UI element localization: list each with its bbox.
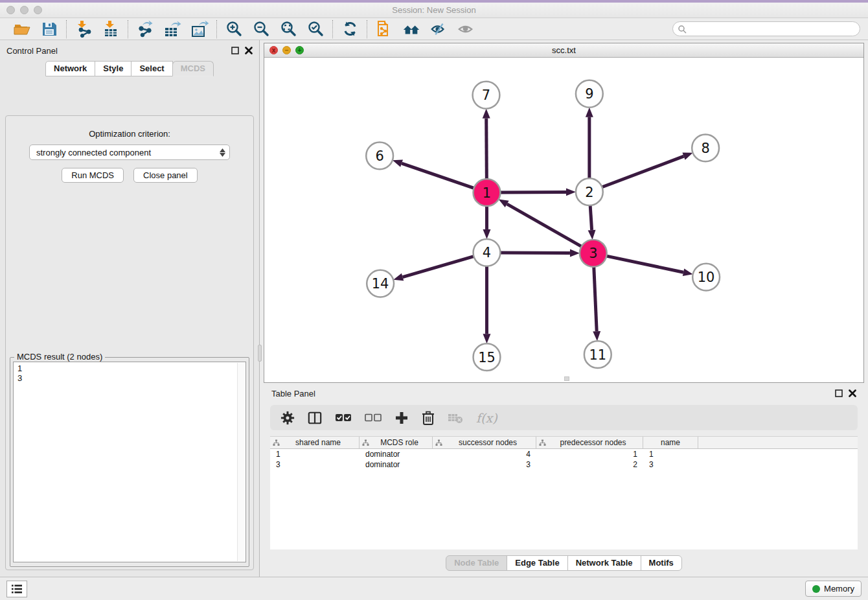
- select-spinner-icons: [220, 148, 225, 157]
- table-cell: 3: [643, 460, 698, 469]
- edge-3-1[interactable]: [507, 204, 582, 247]
- mcds-result-textarea[interactable]: 1 3: [13, 362, 246, 562]
- table-body: 1dominator4113dominator323: [270, 449, 858, 470]
- column-header-predecessor-nodes[interactable]: predecessor nodes: [536, 437, 643, 448]
- graph-node-14[interactable]: 14: [367, 270, 394, 297]
- float-panel-icon[interactable]: [231, 47, 239, 54]
- hierarchy-icon: [435, 439, 442, 446]
- open-folder-icon[interactable]: [13, 20, 31, 38]
- criterion-selected-value: strongly connected component: [36, 148, 151, 157]
- close-panel-button[interactable]: Close panel: [133, 168, 198, 183]
- home-icon[interactable]: [402, 20, 420, 38]
- select-all-icon[interactable]: [335, 413, 352, 422]
- show-eye-icon[interactable]: [457, 20, 475, 38]
- table-row[interactable]: 3dominator323: [270, 459, 858, 470]
- network-view-window: x – + scc.txt 7968124314101511: [264, 43, 864, 383]
- chevron-up-icon: [220, 148, 225, 152]
- tab-select[interactable]: Select: [131, 61, 172, 76]
- graph-node-4[interactable]: 4: [474, 239, 501, 266]
- hide-eye-icon[interactable]: [429, 20, 448, 38]
- graph-node-7[interactable]: 7: [473, 82, 500, 109]
- column-header-shared-name[interactable]: shared name: [270, 437, 360, 448]
- import-table-icon[interactable]: [102, 20, 120, 38]
- tab-style[interactable]: Style: [95, 61, 131, 76]
- panel-divider-grip[interactable]: [258, 345, 262, 362]
- column-header-filler: [698, 437, 858, 448]
- edge-2-8[interactable]: [602, 156, 683, 187]
- export-network-icon[interactable]: [136, 20, 154, 38]
- graph-node-15[interactable]: 15: [474, 343, 501, 371]
- node-label: 2: [585, 185, 593, 200]
- edge-1-6[interactable]: [402, 163, 474, 188]
- column-header-label: predecessor nodes: [546, 438, 640, 447]
- node-label: 9: [585, 86, 593, 102]
- task-history-button[interactable]: [6, 581, 27, 597]
- export-table-icon[interactable]: [163, 20, 181, 38]
- graph-node-2[interactable]: 2: [576, 178, 603, 205]
- edge-1-2[interactable]: [500, 192, 566, 192]
- edge-4-3[interactable]: [500, 253, 570, 253]
- edge-1-7[interactable]: [486, 119, 487, 179]
- close-panel-icon[interactable]: [245, 47, 253, 54]
- import-network-icon[interactable]: [74, 20, 93, 38]
- node-label: 10: [698, 270, 715, 285]
- tab-mcds[interactable]: MCDS: [172, 61, 214, 76]
- search-input[interactable]: [672, 21, 860, 36]
- graph-node-9[interactable]: 9: [576, 80, 603, 108]
- edge-2-3[interactable]: [590, 205, 591, 230]
- column-header-successor-nodes[interactable]: successor nodes: [433, 437, 536, 448]
- network-window-titlebar[interactable]: x – + scc.txt: [264, 43, 863, 58]
- run-mcds-button[interactable]: Run MCDS: [62, 168, 124, 183]
- gear-icon[interactable]: [280, 411, 295, 425]
- node-label: 1: [483, 185, 491, 201]
- tab-network[interactable]: Network: [45, 61, 95, 76]
- memory-button[interactable]: Memory: [805, 581, 862, 597]
- tab-node-table[interactable]: Node Table: [446, 555, 507, 571]
- zoom-in-icon[interactable]: [225, 20, 243, 38]
- criterion-select[interactable]: strongly connected component: [29, 144, 230, 160]
- table-cell: 3: [270, 460, 360, 469]
- graph-node-3[interactable]: 3: [580, 240, 607, 267]
- graph-node-6[interactable]: 6: [366, 142, 393, 169]
- float-panel-icon[interactable]: [835, 389, 843, 397]
- result-scrollbar[interactable]: [237, 363, 245, 561]
- delete-icon[interactable]: [422, 411, 435, 425]
- zoom-selected-icon[interactable]: [306, 20, 325, 38]
- table-row[interactable]: 1dominator411: [270, 449, 858, 459]
- network-file-icon[interactable]: [375, 20, 393, 38]
- add-icon[interactable]: [394, 411, 409, 425]
- graph-node-1[interactable]: 1: [474, 179, 501, 206]
- column-header-mcds-role[interactable]: MCDS role: [360, 437, 433, 448]
- column-header-name[interactable]: name: [643, 437, 698, 448]
- column-split-icon[interactable]: [308, 411, 322, 425]
- tab-motifs[interactable]: Motifs: [641, 555, 682, 571]
- table-cell: 1: [536, 450, 643, 459]
- zoom-fit-icon[interactable]: [279, 20, 297, 38]
- save-icon[interactable]: [40, 20, 58, 38]
- export-image-icon[interactable]: [190, 20, 209, 38]
- canvas-resize-grip[interactable]: [564, 376, 569, 381]
- fx-label: f(x): [476, 411, 497, 425]
- table-cell: 1: [643, 450, 698, 459]
- table-panel-title: Table Panel: [271, 389, 315, 398]
- tab-network-table[interactable]: Network Table: [567, 555, 641, 571]
- mcds-tab-content: Optimization criterion: strongly connect…: [5, 115, 254, 570]
- control-panel-tabs: NetworkStyleSelectMCDS: [0, 61, 259, 76]
- node-table[interactable]: shared nameMCDS rolesuccessor nodesprede…: [270, 436, 858, 549]
- control-panel: Control Panel NetworkStyleSelectMCDS Opt…: [0, 40, 260, 577]
- hierarchy-icon: [539, 439, 546, 446]
- edge-4-14[interactable]: [403, 257, 474, 277]
- network-canvas[interactable]: 7968124314101511: [264, 58, 863, 382]
- mcds-result-title: MCDS result (2 nodes): [14, 352, 105, 362]
- edge-3-10[interactable]: [606, 256, 683, 272]
- network-graph[interactable]: 7968124314101511: [264, 58, 863, 382]
- close-panel-icon[interactable]: [849, 389, 856, 397]
- edge-3-11[interactable]: [594, 267, 597, 332]
- refresh-icon[interactable]: [341, 20, 359, 38]
- tab-edge-table[interactable]: Edge Table: [507, 555, 567, 571]
- graph-node-11[interactable]: 11: [584, 341, 611, 368]
- graph-node-10[interactable]: 10: [692, 264, 720, 291]
- deselect-all-icon[interactable]: [365, 413, 382, 422]
- graph-node-8[interactable]: 8: [692, 135, 719, 162]
- zoom-out-icon[interactable]: [252, 20, 270, 38]
